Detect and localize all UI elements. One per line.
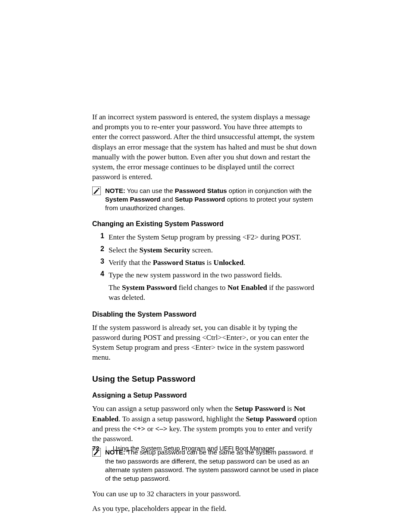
step-3-seg-3: . [243,258,245,267]
note-1-seg-3: and [160,196,174,203]
step-number: 1 [92,232,109,242]
heading-assigning-setup-password: Assigning a Setup Password [92,392,318,399]
assign-seg: You can assign a setup password only whe… [92,404,235,413]
step-3-bold-1: Password Status [153,258,205,267]
assign-bold-3: Setup Password [246,415,296,423]
heading-disabling-password: Disabling the System Password [92,311,318,318]
assign-seg-2: is [285,404,294,413]
note-1-seg-2: option in conjunction with the [227,187,312,194]
step-3-bold-2: Unlocked [214,258,244,267]
step-3-text: Verify that the Password Status is Unloc… [109,258,246,268]
note-2-text: NOTE: The setup password can be the same… [105,448,318,483]
step-number: 3 [92,258,109,268]
step-3-seg-2: is [205,258,213,267]
page-number: 72 [92,445,100,452]
step-number: 4 [92,270,109,303]
intro-paragraph: If an incorrect system password is enter… [92,112,318,182]
list-item: 4 Type the new system password in the tw… [92,270,318,303]
step-2-seg-2: screen. [190,246,213,254]
note-label: NOTE: [105,187,125,194]
assign-bold-4: <+> [133,425,145,433]
step-4b-seg: The [109,283,122,292]
step-number: 2 [92,245,109,255]
footer-title: Using the System Setup Program and UEFI … [113,445,275,452]
step-4b-bold-2: Not Enabled [227,283,267,292]
chars-paragraph: You can use up to 32 characters in your … [92,489,318,499]
page-footer: 72 | Using the System Setup Program and … [92,445,274,452]
step-2-text: Select the System Security screen. [109,245,213,255]
steps-list: 1 Enter the System Setup program by pres… [92,232,318,302]
heading-using-setup-password: Using the Setup Password [92,374,318,384]
page-container: If an incorrect system password is enter… [0,0,411,532]
note-1-seg: You can use the [125,187,175,194]
note-2-body: The setup password can be the same as th… [105,448,318,482]
footer-separator: | [106,445,107,451]
note-1-bold-1: Password Status [175,187,227,194]
list-item: 3 Verify that the Password Status is Unl… [92,258,318,268]
placeholders-paragraph: As you type, placeholders appear in the … [92,504,318,513]
step-4b-seg-2: field changes to [177,283,227,292]
step-3-seg: Verify that the [109,258,153,267]
note-block-1: NOTE: You can use the Password Status op… [92,187,318,213]
note-1-text: NOTE: You can use the Password Status op… [105,187,318,213]
step-4-seg: Type the new system password in the two … [109,271,282,279]
note-pencil-icon [92,187,101,195]
note-1-bold-2: System Password [105,196,160,203]
heading-changing-password: Changing an Existing System Password [92,220,318,228]
note-1-bold-3: Setup Password [175,196,225,203]
disabling-paragraph: If the system password is already set, y… [92,323,318,363]
step-4-text: Type the new system password in the two … [109,270,318,303]
list-item: 1 Enter the System Setup program by pres… [92,232,318,242]
step-2-bold: System Security [140,246,190,254]
step-4-sub: The System Password field changes to Not… [109,283,318,302]
step-1-text: Enter the System Setup program by pressi… [109,232,301,242]
assign-bold-5: <–> [155,425,167,433]
assign-seg-3: . To assign a setup password, highlight … [118,415,246,423]
assign-paragraph: You can assign a setup password only whe… [92,404,318,444]
step-4b-bold-1: System Password [122,283,177,292]
assign-seg-5: or [145,425,155,433]
assign-bold-1: Setup Password [235,404,285,413]
note-block-2: NOTE: The setup password can be the same… [92,448,318,483]
list-item: 2 Select the System Security screen. [92,245,318,255]
step-2-seg: Select the [109,246,140,254]
